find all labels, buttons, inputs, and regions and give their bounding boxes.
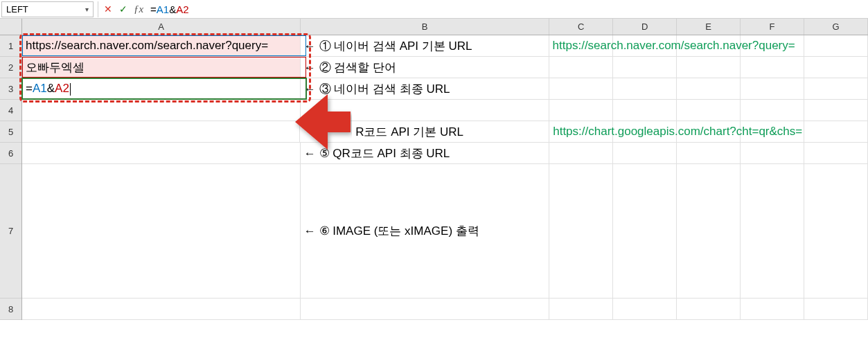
cell-G4[interactable]: [804, 100, 868, 121]
col-header-F[interactable]: F: [741, 19, 804, 35]
cell-C7[interactable]: [549, 164, 613, 298]
cell-A2[interactable]: 오빠두엑셀: [22, 57, 301, 78]
cell-B6[interactable]: ← ⑤ QR코드 API 최종 URL: [301, 143, 549, 163]
cell-C4[interactable]: [549, 100, 613, 121]
formula-amp: &: [169, 3, 176, 15]
row-header-3[interactable]: 3: [0, 78, 21, 100]
cell-F7[interactable]: [741, 164, 804, 298]
cell-C1[interactable]: https://search.naver.com/search.naver?qu…: [549, 35, 613, 56]
row-header-4[interactable]: 4: [0, 100, 21, 121]
cell-D8[interactable]: [613, 299, 677, 319]
col-header-C[interactable]: C: [549, 19, 613, 35]
formula-input[interactable]: =A1&A2: [146, 3, 868, 15]
cell-A8[interactable]: [22, 299, 301, 319]
row-header-5[interactable]: 5: [0, 121, 21, 143]
cell-F2[interactable]: [741, 57, 804, 78]
cell-E8[interactable]: [677, 299, 741, 319]
cell-G2[interactable]: [804, 57, 868, 78]
cell-C5[interactable]: https://chart.googleapis.com/chart?cht=q…: [549, 121, 613, 142]
cell-B1[interactable]: ← ① 네이버 검색 API 기본 URL: [301, 35, 549, 56]
cell-A7[interactable]: [22, 164, 301, 298]
cell-D3[interactable]: [613, 78, 677, 99]
cell-G3[interactable]: [804, 78, 868, 99]
col-header-G[interactable]: G: [804, 19, 868, 35]
cell-grid: https://search.naver.com/search.naver?qu…: [22, 35, 868, 356]
col-header-E[interactable]: E: [677, 19, 741, 35]
cell-A4[interactable]: [22, 100, 301, 121]
cell-C2[interactable]: [549, 57, 613, 78]
cell-B3[interactable]: ← ③ 네이버 검색 최종 URL: [301, 78, 549, 99]
cell-A3-editing: =A1&A2: [26, 82, 71, 96]
cell-G7[interactable]: [804, 164, 868, 298]
col-header-D[interactable]: D: [613, 19, 677, 35]
cell-E2[interactable]: [677, 57, 741, 78]
row-header-8[interactable]: 8: [0, 299, 21, 320]
cell-D6[interactable]: [613, 143, 677, 163]
cell-B4[interactable]: [301, 100, 549, 121]
cell-B5[interactable]: R코드 API 기본 URL: [300, 121, 549, 142]
cell-B2[interactable]: ← ② 검색할 단어: [301, 57, 549, 78]
divider: [98, 1, 98, 17]
column-headers: A B C D E F G: [22, 19, 868, 35]
cell-F6[interactable]: [741, 143, 804, 163]
cell-G6[interactable]: [804, 143, 868, 163]
cell-ref-a1: A1: [33, 82, 47, 95]
formula-ref-a2: A2: [176, 3, 188, 15]
cell-G8[interactable]: [804, 299, 868, 319]
cell-B8[interactable]: [301, 299, 549, 319]
text-caret: [70, 83, 71, 96]
col-header-B[interactable]: B: [301, 19, 549, 35]
cell-B7[interactable]: ← ⑥ IMAGE (또는 xIMAGE) 출력: [301, 164, 549, 298]
cell-G5[interactable]: [804, 121, 868, 142]
row-header-6[interactable]: 6: [0, 143, 21, 164]
cell-E4[interactable]: [677, 100, 741, 121]
cell-A6[interactable]: [22, 143, 301, 163]
cell-F4[interactable]: [741, 100, 804, 121]
cell-E3[interactable]: [677, 78, 741, 99]
cell-D2[interactable]: [613, 57, 677, 78]
cell-E7[interactable]: [677, 164, 741, 298]
cell-G1[interactable]: [804, 35, 868, 56]
col-header-A[interactable]: A: [22, 19, 301, 35]
cell-A1[interactable]: https://search.naver.com/search.naver?qu…: [22, 35, 301, 56]
formula-ref-a1: A1: [157, 3, 169, 15]
cell-E6[interactable]: [677, 143, 741, 163]
cell-F8[interactable]: [741, 299, 804, 319]
select-all-corner[interactable]: [0, 19, 22, 35]
row-header-2[interactable]: 2: [0, 57, 21, 78]
cell-A5[interactable]: [22, 121, 300, 142]
cell-F3[interactable]: [741, 78, 804, 99]
row-header-1[interactable]: 1: [0, 35, 21, 57]
cell-C3[interactable]: [549, 78, 613, 99]
name-box-dropdown-icon[interactable]: ▾: [85, 6, 89, 13]
formula-bar: LEFT ▾ ✕ ✓ ƒx =A1&A2: [0, 0, 868, 19]
cell-ref-a2: A2: [55, 82, 69, 95]
cell-D4[interactable]: [613, 100, 677, 121]
insert-function-button[interactable]: ƒx: [131, 1, 146, 17]
enter-button[interactable]: ✓: [116, 1, 131, 17]
row-headers: 1 2 3 4 5 6 7 8: [0, 35, 22, 320]
formula-eq: =: [150, 3, 157, 15]
cancel-button[interactable]: ✕: [100, 1, 116, 17]
cell-D7[interactable]: [613, 164, 677, 298]
name-box[interactable]: LEFT ▾: [1, 1, 94, 17]
cell-C6[interactable]: [549, 143, 613, 163]
row-header-7[interactable]: 7: [0, 164, 21, 299]
cell-C8[interactable]: [549, 299, 613, 319]
cell-A3[interactable]: =A1&A2: [22, 78, 301, 99]
name-box-value: LEFT: [6, 4, 85, 15]
